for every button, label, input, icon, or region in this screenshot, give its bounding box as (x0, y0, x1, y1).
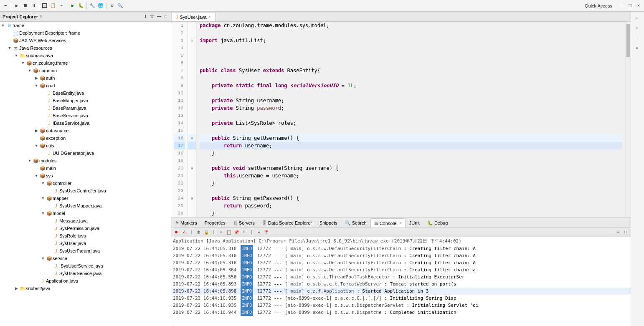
toolbar-btn-run[interactable]: ▶ (69, 2, 76, 10)
console-pin-btn[interactable]: 📍 (263, 229, 270, 236)
tree-item-exception[interactable]: 📦 exception (0, 134, 171, 142)
toolbar-btn-10[interactable]: ⚙ (108, 2, 116, 10)
console-max-btn[interactable]: □ (622, 229, 629, 236)
console-copy-btn[interactable]: 📋 (226, 229, 232, 236)
console-word-wrap-btn[interactable]: ↩ (256, 229, 262, 236)
log-thread: [ main] (285, 281, 304, 288)
far-right-btn-4[interactable]: ≡ (632, 43, 642, 53)
tree-item-cn-zoulang[interactable]: ▼ 📦 cn.zoulang.frame (0, 59, 171, 67)
tab-search[interactable]: 🔍 Search (341, 218, 370, 227)
tab-close-btn[interactable]: × (208, 15, 211, 19)
tree-item-baseparam[interactable]: J BaseParam.java (0, 104, 171, 112)
tree-arrow-czf: ▼ (20, 61, 26, 65)
console-min-btn[interactable]: — (615, 229, 621, 236)
console-clear-btn[interactable]: 🗑 (195, 229, 202, 236)
toolbar-btn-4[interactable]: ⏸ (30, 2, 37, 10)
tree-item-isysuserservice[interactable]: J ISysUserService.java (0, 262, 171, 270)
tree-item-modules[interactable]: ▼ 📦 modules (0, 157, 171, 164)
tab-console[interactable]: ▤ Console × (370, 218, 406, 227)
toolbar-btn-11[interactable]: 🔍 (117, 2, 124, 10)
editor-scrollbar[interactable] (626, 22, 631, 217)
tab-datasource[interactable]: 🗄 Data Source Explorer (259, 218, 316, 227)
tree-item-service[interactable]: ▼ 📦 service (0, 255, 171, 262)
toolbar-btn-6[interactable]: 📋 (49, 2, 57, 10)
tree-item-application[interactable]: J Application.java (0, 277, 171, 285)
tree-label-sp: SysPermission.java (59, 226, 99, 231)
tree-item-main[interactable]: 📦 main (0, 164, 171, 172)
toolbar-minimize[interactable]: — (618, 2, 626, 10)
tree-item-src-main[interactable]: ▼ 📁 src/main/java (0, 52, 171, 59)
tab-snippets-label: Snippets (319, 220, 337, 225)
tree-item-java-resources[interactable]: ▼ ☕ Java Resources (0, 44, 171, 52)
tab-debug-label: Debug (434, 220, 448, 225)
tree-item-sysrole[interactable]: J SysRole.java (0, 232, 171, 240)
tree-item-sysuserparam[interactable]: J SysUserParam.java (0, 247, 171, 255)
tree-item-sysuserservice[interactable]: J SysUserService.java (0, 270, 171, 277)
toolbar-btn-2[interactable]: ▶ (13, 2, 20, 10)
far-right-btn-1[interactable]: ⬇ (632, 13, 642, 23)
tree-item-baseentity[interactable]: J BaseEntity.java (0, 89, 171, 97)
tree-item-ibaseservice[interactable]: J IBaseService.java (0, 119, 171, 127)
log-msg: : Completed initialization (384, 309, 456, 316)
tree-item-sysusercontroller[interactable]: J SysUserController.java (0, 187, 171, 195)
tree-item-model[interactable]: ▼ 📦 model (0, 210, 171, 217)
tree-item-mapper[interactable]: ▼ 📦 mapper (0, 195, 171, 202)
tree-item-controller[interactable]: ▼ 📦 controller (0, 179, 171, 187)
tab-console-close[interactable]: × (399, 221, 402, 225)
panel-min-btn[interactable]: — (156, 14, 162, 19)
panel-max-btn[interactable]: □ (163, 14, 168, 19)
panel-title-close-icon[interactable]: × (40, 14, 42, 19)
tab-servers[interactable]: 🖥 Servers (229, 218, 259, 227)
log-date: 2019-07-22 16:44:10.935 (173, 302, 236, 309)
panel-collapse-btn[interactable]: ⬇ (142, 14, 148, 19)
code-editor[interactable]: package cn.zoulang.frame.modules.sys.mod… (196, 22, 626, 217)
tree-item-utils[interactable]: ▼ 📦 utils (0, 142, 171, 149)
tree-item-syspermission[interactable]: J SysPermission.java (0, 225, 171, 232)
toolbar-btn-8[interactable]: 🔧 (89, 2, 96, 10)
tree-item-datasource[interactable]: ▶ 📦 datasource (0, 127, 171, 134)
tree-item-crud[interactable]: ▼ 📦 crud (0, 82, 171, 89)
toolbar-btn-7[interactable]: ✂ (58, 2, 65, 10)
tree-item-common[interactable]: ▼ 📦 common (0, 67, 171, 74)
console-sep1: | (188, 229, 195, 236)
log-level: INFO (241, 266, 253, 273)
console-scroll-lock-btn[interactable]: 🔒 (203, 229, 210, 236)
toolbar-btn-9[interactable]: 🌐 (97, 2, 104, 10)
far-right-btn-2[interactable]: ⬆ (632, 23, 642, 33)
console-stop-btn[interactable]: ■ (173, 229, 180, 236)
tab-markers[interactable]: ⚑ Markers (171, 218, 201, 227)
tree-label-auth: auth (46, 76, 55, 81)
toolbar-btn-1[interactable]: ⬅ (2, 2, 9, 10)
toolbar-close[interactable]: × (635, 2, 642, 10)
log-date: 2019-07-22 16:44:05.318 (173, 245, 236, 252)
tree-item-message[interactable]: J Message.java (0, 217, 171, 225)
tab-debug[interactable]: 🐛 Debug (423, 218, 451, 227)
tab-snippets[interactable]: Snippets (316, 218, 341, 227)
tree-item-uuid[interactable]: J UUIDGenerator.java (0, 149, 171, 157)
console-terminate-btn[interactable]: ✕ (180, 229, 187, 236)
tree-icon-su: J (53, 241, 59, 246)
tree-item-sysusermapper[interactable]: J SysUserMapper.java (0, 202, 171, 210)
editor-tab-sysuser[interactable]: J SysUser.java × (171, 12, 216, 21)
toolbar-btn-5[interactable]: 🔲 (41, 2, 48, 10)
panel-menu-btn[interactable]: ▽ (149, 14, 155, 19)
tree-item-baseservice[interactable]: J BaseService.java (0, 112, 171, 119)
tree-item-src-test[interactable]: ▶ 📁 src/test/java (0, 285, 171, 292)
far-right-btn-3[interactable]: □ (632, 33, 642, 43)
toolbar-maximize[interactable]: □ (626, 2, 634, 10)
console-paste-btn[interactable]: 📌 (233, 229, 240, 236)
tree-item-jaxws[interactable]: 📦 JAX-WS Web Services (0, 37, 171, 44)
tree-item-auth[interactable]: ▶ 📦 auth (0, 74, 171, 82)
console-select-all-btn[interactable]: ≡ (218, 229, 225, 236)
log-thread: [ main] (285, 266, 304, 273)
tree-item-frame[interactable]: ▼ 🖥 frame (0, 22, 171, 29)
tab-junit[interactable]: JUnit (406, 218, 423, 227)
toolbar-btn-debug[interactable]: 🐛 (77, 2, 85, 10)
tab-properties[interactable]: Properties (201, 218, 229, 227)
tree-item-sys[interactable]: ▼ 📦 sys (0, 172, 171, 179)
tree-item-deployment[interactable]: 📄 Deployment Descriptor: frame (0, 29, 171, 37)
tree-item-basemapper[interactable]: J BaseMapper.java (0, 97, 171, 104)
tree-item-sysuser[interactable]: J SysUser.java (0, 240, 171, 247)
console-new-btn[interactable]: + (241, 229, 247, 236)
toolbar-btn-3[interactable]: ⏹ (21, 2, 29, 10)
